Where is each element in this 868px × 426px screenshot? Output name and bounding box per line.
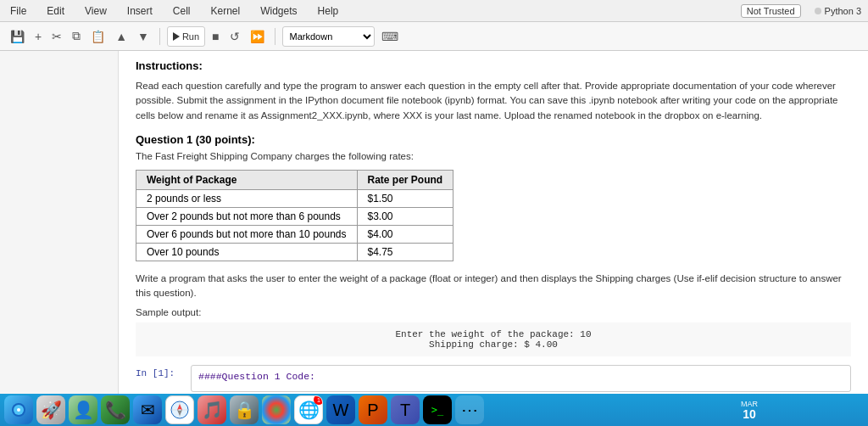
table-cell: Over 6 pounds but not more than 10 pound… [136, 225, 358, 243]
menu-file[interactable]: File [7, 3, 30, 19]
taskbar-word[interactable]: W [326, 395, 355, 424]
cut-button[interactable]: ✂ [48, 26, 65, 47]
sample-output-label: Sample output: [136, 307, 851, 317]
sample-output-box: Enter the weight of the package: 10 Ship… [136, 322, 851, 356]
sample-output-line2: Shipping charge: $ 4.00 [153, 339, 834, 350]
code-cell-1: In [1]: ####Question 1 Code: [136, 365, 851, 392]
question1-intro: The Fast Freight Shipping Company charge… [136, 151, 851, 161]
table-cell: 2 pounds or less [136, 189, 358, 207]
table-cell: Over 10 pounds [136, 243, 358, 261]
toolbar: 💾 + ✂ ⧉ 📋 ▲ ▼ Run ■ ↺ ⏩ Markdown Code Ra… [0, 22, 868, 51]
play-icon [173, 32, 180, 41]
table-row: Over 6 pounds but not more than 10 pound… [136, 225, 453, 243]
menu-kernel[interactable]: Kernel [208, 3, 244, 19]
table-header-weight: Weight of Package [136, 170, 358, 189]
move-down-button[interactable]: ▼ [134, 26, 153, 47]
toolbar-divider-2 [275, 28, 275, 45]
toolbar-divider-1 [159, 28, 160, 45]
menu-bar: File Edit View Insert Cell Kernel Widget… [0, 0, 868, 22]
table-row: 2 pounds or less$1.50 [136, 189, 453, 207]
taskbar-notification[interactable]: 1 🌐 [294, 395, 323, 424]
sample-output-line1: Enter the weight of the package: 10 [153, 329, 834, 339]
taskbar-more[interactable]: ⋯ [455, 395, 484, 424]
shipping-table: Weight of Package Rate per Pound 2 pound… [136, 170, 453, 261]
table-cell: $1.50 [357, 189, 453, 207]
taskbar-powerpoint[interactable]: P [359, 395, 387, 424]
cell-label-1: In [1]: [136, 365, 191, 378]
taskbar: 🚀 👤 📞 ✉ 🎵 🔒 1 🌐 W P T >_ ⋯ MAR 10 [0, 394, 868, 426]
menu-edit[interactable]: Edit [43, 3, 68, 19]
menu-cell[interactable]: Cell [170, 3, 194, 19]
add-cell-button[interactable]: + [31, 26, 45, 47]
cell-type-select[interactable]: Markdown Code Raw NBConvert [282, 26, 375, 47]
menu-widgets[interactable]: Widgets [257, 3, 300, 19]
instructions-label: Instructions: [136, 59, 851, 72]
stop-button[interactable]: ■ [209, 26, 222, 47]
table-row: Over 10 pounds$4.75 [136, 243, 453, 261]
move-up-button[interactable]: ▲ [112, 26, 131, 47]
taskbar-phone[interactable]: 📞 [101, 395, 130, 424]
python-version: Python 3 [815, 6, 861, 16]
cell-content-1[interactable]: ####Question 1 Code: [191, 365, 851, 392]
save-button[interactable]: 💾 [7, 26, 28, 47]
table-header-rate: Rate per Pound [357, 170, 453, 189]
table-cell: Over 2 pounds but not more than 6 pounds [136, 207, 358, 225]
taskbar-launchpad[interactable]: 🚀 [36, 395, 65, 424]
left-sidebar [0, 51, 119, 394]
run-button[interactable]: Run [167, 26, 205, 47]
keyboard-button[interactable]: ⌨ [378, 26, 402, 47]
restart-button[interactable]: ↺ [226, 26, 243, 47]
svg-point-3 [17, 408, 20, 412]
instructions-text: Read each question carefully and type th… [136, 79, 851, 123]
table-cell: $3.00 [357, 207, 453, 225]
not-trusted-badge: Not Trusted [741, 4, 801, 18]
copy-button[interactable]: ⧉ [69, 26, 84, 47]
taskbar-mail[interactable]: ✉ [133, 395, 162, 424]
notebook-area: Instructions: Read each question careful… [119, 51, 868, 394]
menu-insert[interactable]: Insert [124, 3, 156, 19]
kernel-status-dot [815, 8, 821, 14]
taskbar-contacts[interactable]: 👤 [69, 395, 97, 424]
taskbar-privacy[interactable]: 🔒 [230, 395, 259, 424]
paste-button[interactable]: 📋 [87, 26, 108, 47]
taskbar-chrome[interactable] [262, 395, 291, 424]
table-cell: $4.75 [357, 243, 453, 261]
menu-help[interactable]: Help [314, 3, 342, 19]
menu-view[interactable]: View [81, 3, 110, 19]
taskbar-music[interactable]: 🎵 [198, 395, 226, 424]
table-cell: $4.00 [357, 225, 453, 243]
taskbar-teams[interactable]: T [391, 395, 420, 424]
taskbar-date: MAR 10 [741, 394, 758, 426]
taskbar-safari[interactable] [165, 395, 194, 424]
question1-label: Question 1 (30 points): [136, 133, 851, 146]
fast-forward-button[interactable]: ⏩ [247, 26, 268, 47]
taskbar-terminal[interactable]: >_ [423, 395, 452, 424]
write-program-text: Write a program that asks the user to en… [136, 272, 851, 301]
taskbar-finder[interactable] [4, 395, 33, 424]
table-row: Over 2 pounds but not more than 6 pounds… [136, 207, 453, 225]
